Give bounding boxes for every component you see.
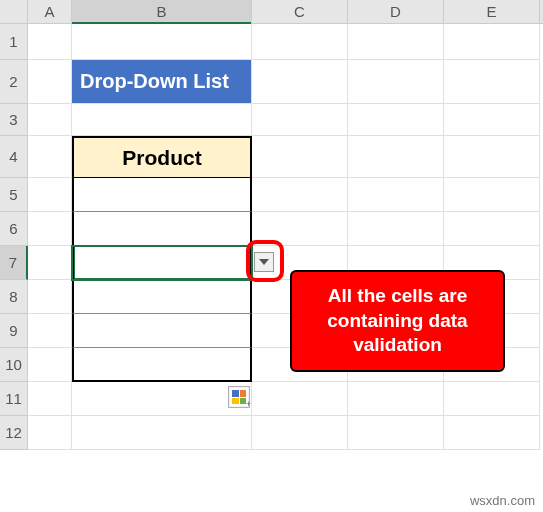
cell-E6[interactable] [444, 212, 540, 246]
row-header-12[interactable]: 12 [0, 416, 28, 450]
cell-A6[interactable] [28, 212, 72, 246]
row-header-5[interactable]: 5 [0, 178, 28, 212]
select-all-corner[interactable] [0, 0, 28, 23]
cell-D4[interactable] [348, 136, 444, 178]
col-header-D[interactable]: D [348, 0, 444, 23]
cell-A4[interactable] [28, 136, 72, 178]
col-header-E[interactable]: E [444, 0, 540, 23]
cell-E11[interactable] [444, 382, 540, 416]
cell-D1[interactable] [348, 24, 444, 60]
row-header-7[interactable]: 7 [0, 246, 28, 280]
cell-E3[interactable] [444, 104, 540, 136]
cell-B12[interactable] [72, 416, 252, 450]
cell-A10[interactable] [28, 348, 72, 382]
callout-line: containing data [306, 309, 489, 334]
cell-C6[interactable] [252, 212, 348, 246]
autofill-options-button[interactable]: + [228, 386, 250, 408]
table-row[interactable] [72, 314, 252, 348]
spreadsheet: A B C D E 1 2 3 4 5 6 7 8 9 10 11 12 [0, 0, 543, 512]
cell-B3[interactable] [72, 104, 252, 136]
watermark: wsxdn.com [470, 493, 535, 508]
cell-A11[interactable] [28, 382, 72, 416]
chevron-down-icon [259, 259, 269, 265]
cell-C1[interactable] [252, 24, 348, 60]
table-row[interactable] [72, 246, 252, 280]
cell-E2[interactable] [444, 60, 540, 104]
cell-E12[interactable] [444, 416, 540, 450]
cell-A9[interactable] [28, 314, 72, 348]
cell-E4[interactable] [444, 136, 540, 178]
cell-C5[interactable] [252, 178, 348, 212]
cell-A7[interactable] [28, 246, 72, 280]
cell-D2[interactable] [348, 60, 444, 104]
autofill-icon [232, 390, 246, 404]
cell-E5[interactable] [444, 178, 540, 212]
col-header-B[interactable]: B [72, 0, 252, 23]
cell-D12[interactable] [348, 416, 444, 450]
cell-A5[interactable] [28, 178, 72, 212]
cell-D5[interactable] [348, 178, 444, 212]
banner-cell[interactable]: Drop-Down List [72, 60, 252, 104]
cell-A8[interactable] [28, 280, 72, 314]
column-header-row: A B C D E [0, 0, 543, 24]
row-header-8[interactable]: 8 [0, 280, 28, 314]
cell-A12[interactable] [28, 416, 72, 450]
plus-icon: + [246, 399, 251, 409]
cell-B1[interactable] [72, 24, 252, 60]
cell-D11[interactable] [348, 382, 444, 416]
row-header-3[interactable]: 3 [0, 104, 28, 136]
cell-A1[interactable] [28, 24, 72, 60]
cell-C3[interactable] [252, 104, 348, 136]
cell-C12[interactable] [252, 416, 348, 450]
row-header-2[interactable]: 2 [0, 60, 28, 104]
row-header-6[interactable]: 6 [0, 212, 28, 246]
cell-E1[interactable] [444, 24, 540, 60]
cell-D3[interactable] [348, 104, 444, 136]
dropdown-button[interactable] [254, 252, 274, 272]
cell-A2[interactable] [28, 60, 72, 104]
callout-line: All the cells are [306, 284, 489, 309]
row-header-4[interactable]: 4 [0, 136, 28, 178]
row-header-10[interactable]: 10 [0, 348, 28, 382]
annotation-callout: All the cells are containing data valida… [290, 270, 505, 372]
row-header-9[interactable]: 9 [0, 314, 28, 348]
table-row[interactable] [72, 280, 252, 314]
row-header-col: 1 2 3 4 5 6 7 8 9 10 11 12 [0, 24, 28, 450]
callout-line: validation [306, 333, 489, 358]
row-header-1[interactable]: 1 [0, 24, 28, 60]
cell-B11[interactable] [72, 382, 252, 416]
row-header-11[interactable]: 11 [0, 382, 28, 416]
cell-A3[interactable] [28, 104, 72, 136]
table-row[interactable] [72, 178, 252, 212]
col-header-A[interactable]: A [28, 0, 72, 23]
cell-D6[interactable] [348, 212, 444, 246]
cell-C11[interactable] [252, 382, 348, 416]
table-row[interactable] [72, 212, 252, 246]
table-header[interactable]: Product [72, 136, 252, 178]
cell-C2[interactable] [252, 60, 348, 104]
cell-grid: Drop-Down List Product [28, 24, 543, 450]
table-row[interactable] [72, 348, 252, 382]
col-header-C[interactable]: C [252, 0, 348, 23]
cell-C4[interactable] [252, 136, 348, 178]
